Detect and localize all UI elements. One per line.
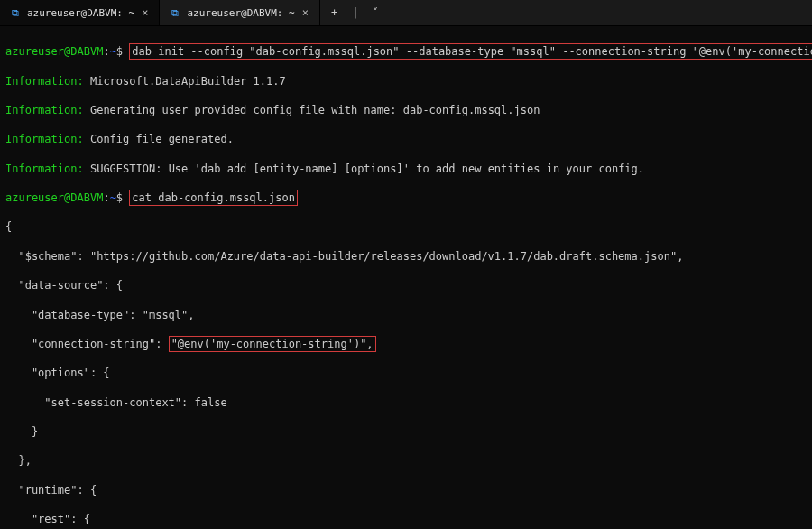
prompt-host: DABVM xyxy=(70,45,103,58)
json-line: } xyxy=(5,424,807,439)
divider: | xyxy=(348,5,362,21)
info-text: Generating user provided config file wit… xyxy=(90,104,540,116)
info-label: Information: xyxy=(5,104,84,116)
json-line: { xyxy=(5,219,807,234)
json-line: "$schema": "https://github.com/Azure/dat… xyxy=(5,249,807,264)
json-value: "@env('my-connection-string')", xyxy=(171,338,374,350)
tab-dropdown-button[interactable]: ˅ xyxy=(369,5,382,21)
powershell-icon: ⧉ xyxy=(9,6,22,19)
close-icon[interactable]: × xyxy=(300,6,310,19)
info-text: SUGGESTION: Use 'dab add [entity-name] [… xyxy=(90,162,644,175)
prompt-colon: : xyxy=(103,191,109,204)
tab-controls: + | ˅ xyxy=(320,0,389,25)
json-line: "database-type": "mssql", xyxy=(5,308,807,322)
info-label: Information: xyxy=(5,162,84,175)
json-line: "runtime": { xyxy=(5,483,807,497)
json-line: "connection-string": "@env('my-connectio… xyxy=(5,337,807,351)
command-2: cat dab-config.mssql.json xyxy=(132,191,295,204)
new-tab-button[interactable]: + xyxy=(328,5,341,21)
json-line: "rest": { xyxy=(5,512,807,526)
json-line: }, xyxy=(5,453,807,468)
prompt-line-2: azureuser@DABVM:~$ cat dab-config.mssql.… xyxy=(5,190,807,205)
prompt-colon: : xyxy=(103,45,109,58)
info-line-4: Information: SUGGESTION: Use 'dab add [e… xyxy=(5,162,807,176)
json-prefix: "connection-string": xyxy=(5,338,169,350)
info-label: Information: xyxy=(5,133,84,145)
info-text: Config file generated. xyxy=(90,133,234,145)
json-line: "data-source": { xyxy=(5,278,807,292)
command-1: dab init --config "dab-config.mssql.json… xyxy=(132,45,812,58)
info-line-1: Information: Microsoft.DataApiBuilder 1.… xyxy=(5,74,807,88)
tab-title: azureuser@DABVM: ~ xyxy=(27,7,134,19)
window-titlebar: ⧉ azureuser@DABVM: ~ × ⧉ azureuser@DABVM… xyxy=(0,0,812,26)
prompt-path: ~ xyxy=(110,45,116,58)
highlight-cmd1: dab init --config "dab-config.mssql.json… xyxy=(129,43,812,60)
info-line-2: Information: Generating user provided co… xyxy=(5,103,807,117)
powershell-icon: ⧉ xyxy=(169,6,181,19)
close-icon[interactable]: × xyxy=(140,6,150,19)
prompt-dollar: $ xyxy=(116,45,123,58)
info-text: Microsoft.DataApiBuilder 1.1.7 xyxy=(90,75,286,88)
prompt-dollar: $ xyxy=(116,191,123,204)
tab-title: azureuser@DABVM: ~ xyxy=(187,7,294,19)
prompt-user: azureuser xyxy=(5,191,64,204)
highlight-connstring: "@env('my-connection-string')", xyxy=(169,336,376,352)
prompt-host: DABVM xyxy=(70,191,103,204)
prompt-user: azureuser xyxy=(5,45,64,58)
json-line: "options": { xyxy=(5,366,807,380)
tab-1[interactable]: ⧉ azureuser@DABVM: ~ × xyxy=(0,0,160,25)
json-line: "set-session-context": false xyxy=(5,395,807,410)
prompt-path: ~ xyxy=(110,191,116,204)
terminal-body[interactable]: azureuser@DABVM:~$ dab init --config "da… xyxy=(0,26,812,529)
prompt-line-1: azureuser@DABVM:~$ dab init --config "da… xyxy=(5,44,807,59)
highlight-cmd2: cat dab-config.mssql.json xyxy=(129,190,298,206)
tab-2[interactable]: ⧉ azureuser@DABVM: ~ × xyxy=(160,0,319,25)
info-label: Information: xyxy=(5,75,84,88)
info-line-3: Information: Config file generated. xyxy=(5,132,807,146)
